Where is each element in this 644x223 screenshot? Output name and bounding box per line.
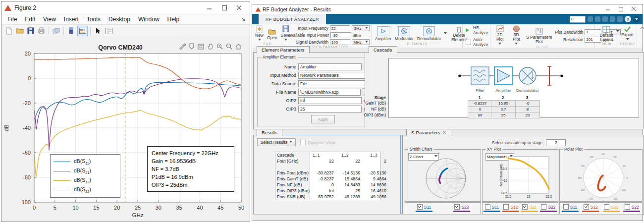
menu-insert[interactable]: Insert <box>60 15 83 23</box>
save-icon[interactable] <box>588 16 593 22</box>
select-results-button[interactable]: Select Results <box>257 138 296 146</box>
close-button[interactable] <box>627 5 640 13</box>
open-button[interactable]: Open <box>266 28 278 40</box>
copy-icon[interactable] <box>602 16 608 22</box>
sparameter-chart[interactable]: 05101520253035404550200-20-40-60-80-100G… <box>1 36 250 222</box>
copy-image-icon[interactable] <box>198 44 204 50</box>
menu-view[interactable]: View <box>39 15 60 23</box>
legend-entry[interactable]: dB(S22) <box>54 185 117 195</box>
maximize-button[interactable] <box>217 2 232 13</box>
field-input[interactable]: File <box>298 80 366 87</box>
field-input[interactable]: Amplifier <box>298 63 362 70</box>
checkbox-icon[interactable] <box>604 204 609 210</box>
series-toggle-s22[interactable]: S22 <box>453 204 470 212</box>
tab-element-parameters[interactable]: Element Parameters <box>257 46 310 53</box>
new-button[interactable]: New <box>254 25 265 42</box>
print-icon[interactable] <box>37 26 46 36</box>
checkbox-icon[interactable] <box>503 204 509 210</box>
print-icon[interactable] <box>617 16 623 22</box>
2d-plot-button[interactable]: 2D Plot <box>492 25 507 46</box>
series-toggle-s21[interactable]: S21 <box>603 204 620 212</box>
annotation-box[interactable]: Center Frequency = 22GHzGain = 16.9536dB… <box>147 146 234 192</box>
smith-type-select[interactable]: Z Chart <box>408 153 439 161</box>
close-tab-icon[interactable] <box>443 131 446 134</box>
field-input[interactable]: Network Parameters <box>298 72 366 79</box>
menu-desktop[interactable]: Desktop <box>105 15 134 23</box>
minimize-button[interactable] <box>202 2 217 13</box>
edit-plot-icon[interactable] <box>93 26 103 36</box>
menu-file[interactable]: File <box>3 15 21 23</box>
export-button[interactable]: Export <box>620 26 635 42</box>
checkbox-checked-icon[interactable] <box>584 204 589 210</box>
series-toggle-s11[interactable]: S11 <box>483 204 500 212</box>
legend-entry[interactable]: dB(S11) <box>54 157 117 167</box>
menu-help[interactable]: Help <box>163 15 184 23</box>
parameter-input[interactable]: 100 <box>330 39 351 45</box>
checkbox-icon[interactable] <box>625 204 630 210</box>
close-button[interactable] <box>232 2 247 13</box>
insert-colorbar-icon[interactable] <box>66 26 76 36</box>
zoom-in-icon[interactable] <box>216 43 223 50</box>
menu-tools[interactable]: Tools <box>83 15 105 23</box>
apply-button[interactable]: Apply <box>311 115 335 123</box>
menu-window[interactable]: Window <box>134 15 163 23</box>
stage-value-cell[interactable]: Inf <box>468 112 492 118</box>
tab-rf-budget-analyzer[interactable]: RF BUDGET ANALYZER <box>259 14 326 24</box>
quick-search-input[interactable]: C <box>570 16 586 23</box>
dock-figure-icon[interactable] <box>241 17 246 22</box>
brush-icon[interactable] <box>179 43 186 50</box>
legend[interactable]: dB(S11)dB(S21)dB(S12)dB(S22) <box>50 154 120 198</box>
unit-select[interactable]: MHz <box>352 39 370 45</box>
checkbox-checked-icon[interactable] <box>522 204 528 210</box>
open-icon[interactable] <box>15 26 24 36</box>
series-toggle-s22[interactable]: S22 <box>623 204 640 212</box>
series-toggle-s11[interactable]: S11 <box>562 204 579 212</box>
undo-icon[interactable] <box>610 16 615 22</box>
s-parameters-plot-button[interactable]: S Parameters Plot <box>525 28 553 44</box>
series-toggle-s22[interactable]: S22 <box>540 204 557 212</box>
collapse-toolstrip-icon[interactable] <box>637 24 644 48</box>
3d-plot-button[interactable]: 3D Plot <box>509 25 524 46</box>
datatip-icon[interactable] <box>189 43 195 50</box>
series-toggle-s11[interactable]: S11 <box>416 204 432 212</box>
quick-access-dropdown-icon[interactable] <box>633 16 640 22</box>
stage-value-cell[interactable]: 25 <box>491 112 516 118</box>
unit-select[interactable]: GHz <box>352 25 370 31</box>
series-toggle-s12[interactable]: S12 <box>582 204 599 212</box>
restore-view-icon[interactable] <box>235 44 242 50</box>
menu-edit[interactable]: Edit <box>21 15 39 23</box>
checkbox-icon[interactable] <box>485 204 490 210</box>
insert-legend-icon[interactable] <box>77 26 88 36</box>
new-figure-icon[interactable] <box>4 26 13 36</box>
help-icon[interactable]: ? <box>625 16 631 22</box>
tab-cascade[interactable]: Cascade <box>369 46 397 53</box>
stage-value-cell[interactable]: 20 <box>515 112 540 118</box>
tab-s-parameters[interactable]: S-Parameters <box>406 129 451 136</box>
xy-quantity-select[interactable]: Magnitude <box>485 153 514 161</box>
field-input[interactable]: \CMD240withNF.s2p <box>298 89 361 96</box>
link-plot-icon[interactable] <box>52 26 61 36</box>
hb-analyze-button[interactable]: HB-Analyze <box>466 25 488 35</box>
checkbox-icon[interactable] <box>563 204 569 210</box>
legend-entry[interactable]: dB(S12) <box>54 176 117 185</box>
tab-results[interactable]: Results <box>257 129 282 136</box>
cascade-stage-input[interactable]: 2 <box>546 139 566 146</box>
checkbox-icon[interactable] <box>541 204 546 210</box>
checkbox-checked-icon[interactable] <box>417 204 423 210</box>
maximize-button[interactable] <box>614 5 627 13</box>
zoom-out-icon[interactable] <box>226 43 232 50</box>
more-elements-icon[interactable] <box>444 32 447 36</box>
default-layout-button[interactable]: Default Layout <box>596 26 617 42</box>
modulator-button[interactable]: Modulator <box>394 26 415 41</box>
compare-view-checkbox[interactable]: Compare View <box>300 140 335 145</box>
pan-icon[interactable] <box>207 43 214 50</box>
minimize-button[interactable] <box>601 5 614 13</box>
save-icon[interactable] <box>26 26 35 36</box>
cut-icon[interactable] <box>595 16 600 22</box>
demodulator-button[interactable]: Demodulator <box>416 26 442 41</box>
parameter-input[interactable]: 22 <box>330 25 351 31</box>
auto-analyze-checkbox[interactable]: Auto-Analyze <box>466 37 488 47</box>
series-toggle-s21[interactable]: S21 <box>521 204 538 212</box>
parameter-input[interactable]: -30 <box>330 32 351 38</box>
property-inspector-icon[interactable] <box>104 26 113 36</box>
